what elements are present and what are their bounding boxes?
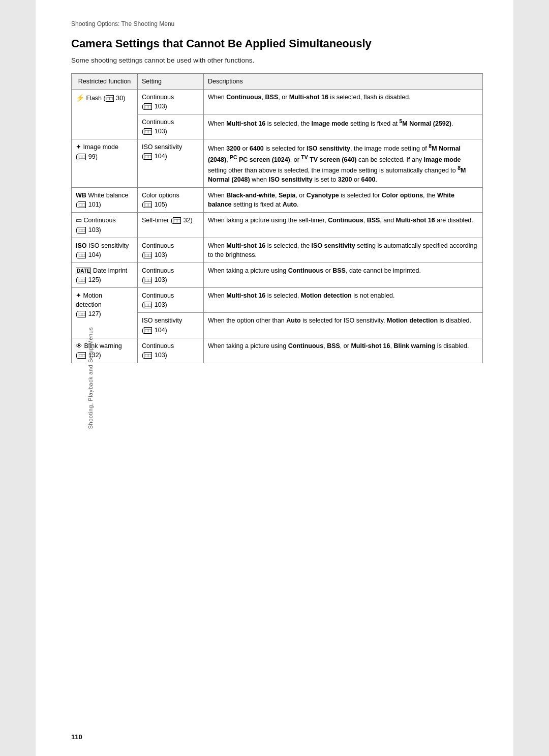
page-number: 110: [71, 733, 82, 741]
header-restricted: Restricted function: [72, 73, 138, 89]
page-subtitle: Some shooting settings cannot be used wi…: [71, 56, 483, 64]
desc-cell: When 3200 or 6400 is selected for ISO se…: [204, 139, 483, 188]
restricted-cell: ISO ISO sensitivity(□□ 104): [72, 238, 138, 263]
restricted-cell: ⚡ Flash (□□ 30): [72, 89, 138, 139]
desc-cell: When Black-and-white, Sepia, or Cyanotyp…: [204, 188, 483, 213]
desc-cell: When taking a picture using Continuous, …: [204, 338, 483, 363]
setting-cell: ISO sensitivity(□□ 104): [138, 313, 204, 338]
restricted-cell: WB White balance(□□ 101): [72, 188, 138, 213]
setting-cell: Self-timer (□□ 32): [138, 213, 204, 238]
table-row: ISO ISO sensitivity(□□ 104)Continuous(□□…: [72, 238, 483, 263]
desc-cell: When the option other than Auto is selec…: [204, 313, 483, 338]
desc-cell: When taking a picture using Continuous o…: [204, 263, 483, 287]
table-row: 👁 Blink warning(□□ 132)Continuous(□□ 103…: [72, 338, 483, 363]
table-row: WB White balance(□□ 101)Color options(□□…: [72, 188, 483, 213]
setting-cell: Continuous(□□ 103): [138, 288, 204, 313]
restricted-cell: ✦ Image mode(□□ 99): [72, 139, 138, 188]
page-title: Camera Settings that Cannot Be Applied S…: [71, 37, 483, 51]
breadcrumb: Shooting Options: The Shooting Menu: [71, 20, 483, 27]
side-label: Shooting, Playback and Setup Menus: [87, 327, 94, 429]
restricted-cell: ▭ Continuous(□□ 103): [72, 213, 138, 238]
setting-cell: Continuous(□□ 103): [138, 89, 204, 114]
desc-cell: When Multi-shot 16 is selected, the Imag…: [204, 114, 483, 139]
desc-cell: When Multi-shot 16 is selected, the ISO …: [204, 238, 483, 263]
header-descriptions: Descriptions: [204, 73, 483, 89]
table-row: ⚡ Flash (□□ 30)Continuous(□□ 103)When Co…: [72, 89, 483, 114]
settings-table: Restricted function Setting Descriptions…: [71, 73, 483, 363]
restricted-cell: 👁 Blink warning(□□ 132): [72, 338, 138, 363]
table-row: ✦ Image mode(□□ 99)ISO sensitivity(□□ 10…: [72, 139, 483, 188]
header-setting: Setting: [138, 73, 204, 89]
desc-cell: When taking a picture using the self-tim…: [204, 213, 483, 238]
desc-cell: When Multi-shot 16 is selected, Motion d…: [204, 288, 483, 313]
setting-cell: Color options(□□ 105): [138, 188, 204, 213]
restricted-cell: DATE Date imprint(□□ 125): [72, 263, 138, 287]
desc-cell: When Continuous, BSS, or Multi-shot 16 i…: [204, 89, 483, 114]
setting-cell: Continuous(□□ 103): [138, 238, 204, 263]
setting-cell: Continuous(□□ 103): [138, 338, 204, 363]
table-row: DATE Date imprint(□□ 125)Continuous(□□ 1…: [72, 263, 483, 287]
table-row: ▭ Continuous(□□ 103)Self-timer (□□ 32)Wh…: [72, 213, 483, 238]
setting-cell: Continuous(□□ 103): [138, 114, 204, 139]
restricted-cell: ✦ Motiondetection(□□ 127): [72, 288, 138, 338]
setting-cell: Continuous(□□ 103): [138, 263, 204, 287]
setting-cell: ISO sensitivity(□□ 104): [138, 139, 204, 188]
table-row: ✦ Motiondetection(□□ 127)Continuous(□□ 1…: [72, 288, 483, 313]
